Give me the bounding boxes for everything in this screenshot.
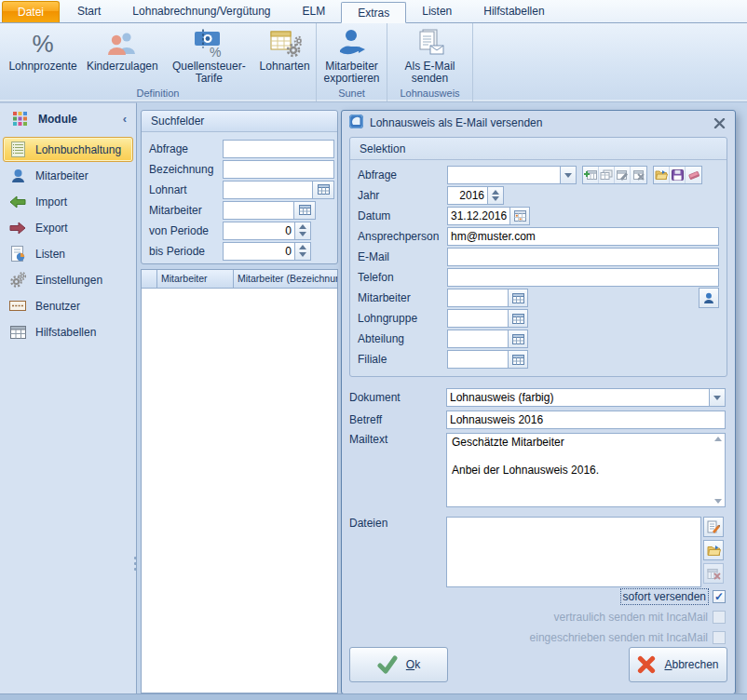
- dialog-title-bar[interactable]: Lohnausweis als E-Mail versenden: [342, 111, 735, 135]
- sidebar-item-benutzer[interactable]: Benutzer: [3, 293, 133, 318]
- sidebar-item-mitarbeiter[interactable]: Mitarbeiter: [3, 163, 133, 188]
- mitarbeiter-lookup-button[interactable]: [293, 201, 316, 220]
- lohnprozente-button[interactable]: % Lohnprozente: [3, 25, 83, 74]
- lohnart-lookup-button[interactable]: [312, 181, 334, 199]
- von-periode-spinner[interactable]: [294, 222, 311, 240]
- scroll-down-icon: [714, 499, 722, 504]
- query-open-button[interactable]: [654, 167, 670, 183]
- abfrage-input[interactable]: [223, 140, 334, 158]
- tab-start[interactable]: Start: [61, 1, 116, 22]
- tab-datei[interactable]: Datei: [2, 1, 60, 22]
- tab-elm[interactable]: ELM: [287, 1, 342, 22]
- sidebar-item-einstellungen[interactable]: Einstellungen: [3, 267, 133, 292]
- abfrage-dropdown-button[interactable]: [560, 166, 577, 184]
- ribbon-group-lohnausweis: Als E-Mail senden Lohnausweis: [387, 23, 473, 101]
- close-icon[interactable]: [712, 116, 727, 130]
- app-window: Datei Start Lohnabrechnung/Vergütung ELM…: [0, 0, 747, 700]
- table-gears-icon: [268, 27, 302, 61]
- abbrechen-button[interactable]: Abbrechen: [629, 647, 727, 682]
- filiale-lookup-button[interactable]: [508, 350, 528, 369]
- lohnarten-button[interactable]: Lohnarten: [256, 25, 313, 74]
- sidebar-item-listen[interactable]: Listen: [3, 241, 133, 266]
- bezeichnung-input[interactable]: [223, 160, 334, 179]
- mailtext-scrollbar[interactable]: [711, 434, 725, 506]
- employee-picker-button[interactable]: [699, 288, 719, 308]
- datum-calendar-button[interactable]: [509, 207, 530, 225]
- bis-periode-input[interactable]: [223, 242, 295, 261]
- file-edit-button[interactable]: [703, 517, 724, 537]
- calendar-icon: [514, 210, 526, 222]
- ansprechperson-input[interactable]: [447, 227, 719, 246]
- tab-extras[interactable]: Extras: [341, 2, 406, 23]
- sofort-versenden-checkbox[interactable]: ✓: [713, 590, 726, 603]
- collapse-chevron-icon[interactable]: ‹: [123, 112, 127, 126]
- file-edit-icon: [707, 520, 720, 533]
- lookup-grid-icon: [318, 184, 330, 195]
- incamail-eingeschrieben-checkbox[interactable]: [713, 631, 726, 644]
- splitter-grip[interactable]: [134, 557, 139, 571]
- file-delete-button[interactable]: [703, 563, 724, 584]
- query-copy-button[interactable]: [599, 167, 615, 183]
- filiale-input[interactable]: [447, 350, 509, 369]
- incamail-eingeschrieben-label: eingeschrieben senden mit IncaMail: [530, 631, 708, 644]
- lookup-grid-icon: [512, 355, 524, 365]
- betreff-label: Betreff: [349, 413, 446, 426]
- query-new-button[interactable]: [583, 167, 599, 183]
- sidebar-item-hilfstabellen[interactable]: Hilfstabellen: [3, 319, 133, 344]
- lookup-grid-icon: [299, 205, 311, 215]
- incamail-vertraulich-row[interactable]: vertraulich senden mit IncaMail: [554, 610, 726, 625]
- query-delete-button[interactable]: [631, 167, 646, 183]
- als-email-senden-button[interactable]: Als E-Mail senden: [393, 25, 468, 87]
- mailtext-label: Mailtext: [349, 433, 446, 446]
- von-periode-input[interactable]: [223, 222, 295, 240]
- dlg-mitarbeiter-lookup-button[interactable]: [508, 289, 528, 307]
- datum-input[interactable]: [447, 207, 510, 225]
- dateien-listbox[interactable]: [446, 517, 701, 587]
- jahr-input[interactable]: [447, 186, 488, 205]
- incamail-eingeschrieben-row[interactable]: eingeschrieben senden mit IncaMail: [530, 630, 726, 645]
- betreff-input[interactable]: [446, 411, 726, 429]
- quellensteuer-tarife-button[interactable]: % Quellensteuer-Tarife: [161, 25, 256, 87]
- lohngruppe-input[interactable]: [447, 309, 509, 328]
- sofort-versenden-label[interactable]: sofort versenden: [621, 589, 708, 604]
- incamail-vertraulich-checkbox[interactable]: [713, 611, 726, 624]
- tab-hilfstabellen[interactable]: Hilfstabellen: [468, 1, 560, 22]
- file-open-button[interactable]: [703, 540, 724, 560]
- bis-periode-label: bis Periode: [149, 245, 223, 258]
- lohnart-input[interactable]: [223, 181, 313, 199]
- mitarbeiter-exportieren-button[interactable]: Mitarbeiter exportieren: [319, 25, 384, 87]
- lohngruppe-lookup-button[interactable]: [508, 309, 528, 328]
- column-header-mitarbeiter[interactable]: Mitarbeiter: [157, 270, 234, 288]
- ok-button[interactable]: Ok: [349, 647, 448, 682]
- query-erase-button[interactable]: [686, 167, 701, 183]
- dlg-abfrage-input[interactable]: [447, 166, 561, 184]
- abteilung-lookup-button[interactable]: [508, 330, 528, 348]
- sidebar-item-export[interactable]: Export: [3, 215, 133, 240]
- svg-text:%: %: [210, 45, 221, 60]
- email-input[interactable]: [447, 248, 719, 266]
- tab-listen[interactable]: Listen: [406, 1, 468, 22]
- dateien-label: Dateien: [349, 517, 446, 530]
- mitarbeiter-input[interactable]: [223, 201, 294, 220]
- sidebar-item-import[interactable]: Import: [3, 189, 133, 214]
- group-label-sunet: Sunet: [317, 87, 387, 101]
- query-save-button[interactable]: [670, 167, 686, 183]
- sofort-versenden-row[interactable]: sofort versenden ✓: [621, 589, 726, 604]
- bis-periode-spinner[interactable]: [294, 242, 311, 261]
- mailtext-editor[interactable]: Geschätzte Mitarbeiter Anbei der Lohnaus…: [446, 433, 726, 507]
- ansprechperson-label: Ansprechperson: [358, 230, 447, 243]
- dokument-label: Dokument: [349, 391, 446, 404]
- dlg-mitarbeiter-input[interactable]: [447, 289, 509, 307]
- telefon-input[interactable]: [447, 268, 719, 287]
- jahr-spinner[interactable]: [487, 186, 504, 205]
- ribbon-tab-bar: Datei Start Lohnabrechnung/Vergütung ELM…: [0, 0, 747, 23]
- dokument-combo[interactable]: [446, 388, 710, 407]
- tab-lohnabrechnung[interactable]: Lohnabrechnung/Vergütung: [116, 1, 286, 22]
- dokument-dropdown-button[interactable]: [709, 388, 726, 407]
- kinderzulagen-button[interactable]: Kinderzulagen: [83, 25, 161, 74]
- abteilung-input[interactable]: [447, 330, 509, 348]
- column-header-mitarbeiter-bezeichnung[interactable]: Mitarbeiter (Bezeichnung): [234, 270, 337, 288]
- query-edit-button[interactable]: [615, 167, 631, 183]
- sidebar-item-lohnbuchhaltung[interactable]: Lohnbuchhaltung: [3, 137, 133, 162]
- send-options: sofort versenden ✓ vertraulich senden mi…: [530, 589, 726, 645]
